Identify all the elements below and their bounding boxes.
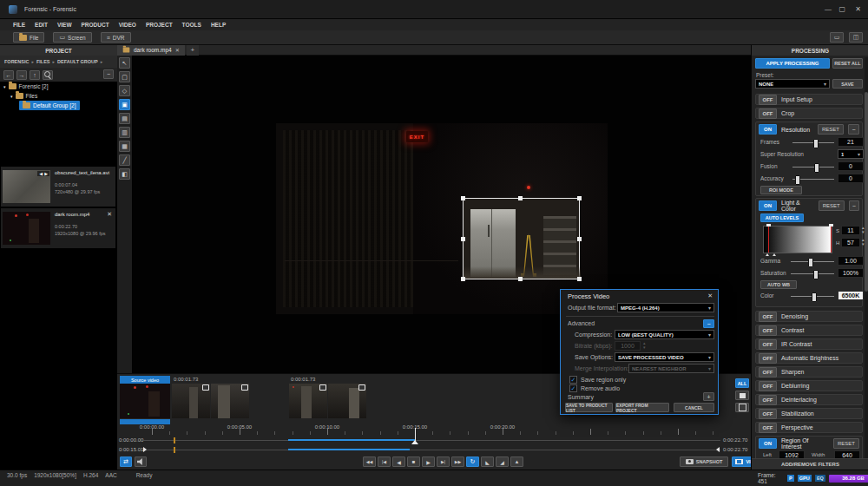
filter-ir-contrast[interactable]: OFF IR Contrast (755, 338, 863, 350)
color-temp-slider[interactable] (791, 296, 834, 297)
filter-deinterlacing[interactable]: OFF Deinterlacing (755, 394, 863, 405)
tab-dark-room[interactable]: dark room.mp4 ✕ (117, 45, 185, 56)
save-options-dropdown[interactable]: SAVE PROCESSED VIDEO ▾ (615, 352, 714, 362)
add-remove-filters-bar[interactable]: ADD/REMOVE FILTERS (752, 458, 868, 470)
slider-knob[interactable] (812, 292, 817, 302)
track-bar[interactable] (143, 440, 720, 441)
dialog-close-icon[interactable]: ✕ (707, 292, 713, 299)
audio-mute-button[interactable] (135, 456, 147, 467)
clip-thumbnail[interactable] (120, 384, 170, 418)
filter-toggle[interactable]: ON (759, 200, 777, 211)
nav-up-button[interactable]: ↑ (30, 70, 40, 80)
thumb-scrub-controls[interactable]: ◀ ▶ (37, 171, 49, 176)
filter-input-setup[interactable]: OFF Input Setup (755, 94, 863, 105)
filter-toggle[interactable]: ON (759, 124, 777, 135)
fast-forward-button[interactable]: ▶▶ (451, 456, 464, 467)
breadcrumb-forensic[interactable]: FORENSIC (4, 59, 29, 64)
filter-toggle[interactable]: OFF (759, 95, 777, 105)
remove-file-icon[interactable]: ✕ (107, 211, 112, 218)
menu-tools[interactable]: TOOLS (182, 22, 201, 28)
file-thumbnail[interactable] (3, 212, 50, 245)
roi-selection[interactable] (463, 198, 580, 279)
timeline-ruler[interactable]: 0:00:00.00 0:00:05.00 0:00:10.00 0:00:15… (143, 424, 720, 435)
fullscreen-view-button[interactable]: ▭ (830, 32, 844, 43)
menu-help[interactable]: HELP (211, 22, 226, 28)
play-backward-button[interactable]: ◀ (392, 456, 405, 467)
collapse-section-icon[interactable]: − (848, 124, 859, 135)
nav-forward-button[interactable]: → (16, 70, 27, 80)
levels-bottom-marker[interactable] (773, 253, 776, 256)
shadows-value[interactable]: 11 (841, 226, 860, 235)
apply-processing-button[interactable]: APPLY PROCESSING (755, 58, 830, 69)
range-in-handle[interactable] (143, 447, 147, 452)
stop-button[interactable]: ■ (407, 456, 420, 467)
advanced-collapse-button[interactable]: − (703, 319, 714, 328)
track-bar[interactable] (143, 450, 720, 450)
scrollbar-thumb[interactable] (865, 92, 868, 292)
compression-dropdown[interactable]: LOW (BEST QUALITY) ▾ (615, 330, 714, 339)
reset-button[interactable]: RESET (833, 438, 859, 449)
menu-view[interactable]: VIEW (57, 22, 72, 28)
roi-handle[interactable] (577, 277, 582, 281)
export-from-project-button[interactable]: EXPORT FROM PROJECT (615, 403, 669, 412)
layout-panels-button[interactable]: ◫ (849, 32, 863, 43)
roi-handle[interactable] (461, 277, 465, 281)
slider-knob[interactable] (813, 270, 819, 279)
auto-wb-button[interactable]: AUTO WB (760, 280, 797, 289)
zoom-tool[interactable]: ▥ (119, 127, 130, 138)
preset-save-button[interactable]: SAVE (832, 79, 863, 89)
loop-button[interactable]: ↻ (466, 456, 479, 467)
expand-icon[interactable]: ▾ (3, 84, 6, 89)
saturation-value[interactable]: 100% (838, 268, 864, 278)
cancel-button[interactable]: CANCEL (674, 403, 714, 412)
playhead-handle[interactable] (411, 440, 418, 444)
clip-thumbnail[interactable] (328, 384, 366, 418)
prev-frame-icon[interactable]: ◀ (39, 171, 43, 176)
super-resolution-dropdown[interactable]: 1 ▾ (838, 149, 864, 159)
new-tab-button[interactable]: + (187, 45, 199, 56)
step-back-button[interactable]: |◀ (378, 456, 391, 467)
tree-item-forensic[interactable]: ▾ Forensic [2] (0, 82, 117, 91)
clear-thumbnails-button[interactable] (735, 391, 749, 400)
levels-high-handle[interactable] (829, 224, 833, 227)
filter-sharpen[interactable]: OFF Sharpen (755, 366, 863, 378)
play-button[interactable]: ▶ (422, 456, 435, 467)
filter-crop[interactable]: OFF Crop (755, 108, 863, 119)
file-thumbnail[interactable]: ◀ ▶ (3, 170, 50, 203)
summary-expand-button[interactable]: + (703, 392, 714, 401)
roi-mode-button[interactable]: ROI MODE (760, 186, 802, 194)
reset-button[interactable]: RESET (819, 200, 845, 211)
file-card-dark-room[interactable]: dark room.mp4 0:00:22.70 1920x1080 @ 29.… (1, 208, 115, 248)
breadcrumb-default-group[interactable]: DEFAULT GROUP (57, 59, 98, 64)
tree-item-files[interactable]: ▾ Files (0, 91, 117, 101)
menu-edit[interactable]: EDIT (35, 22, 48, 28)
track-blue-segment[interactable] (288, 449, 410, 450)
reset-button[interactable]: RESET (818, 124, 844, 135)
color-temp-value[interactable]: 6500K (838, 291, 864, 300)
levels-high-line[interactable] (831, 227, 832, 253)
roi-handle[interactable] (577, 196, 582, 200)
maximize-icon[interactable]: ▢ (838, 5, 845, 13)
slider-knob[interactable] (808, 258, 813, 267)
clip-2[interactable]: 0:00:01.73 (172, 376, 250, 424)
step-forward-button[interactable]: ▶| (437, 456, 450, 467)
clip-thumbnail[interactable] (211, 384, 249, 418)
filter-toggle[interactable]: OFF (759, 312, 777, 322)
annotate-tool[interactable]: ◧ (119, 168, 130, 180)
filter-toggle[interactable]: OFF (759, 339, 777, 350)
save-region-checkbox-row[interactable]: ✓ Save region only (569, 376, 626, 384)
auto-levels-button[interactable]: AUTO LEVELS (760, 213, 804, 222)
next-frame-icon[interactable]: ▶ (44, 171, 48, 176)
levels-bottom-marker[interactable] (766, 253, 769, 256)
clip-3[interactable]: 0:00:01.73 (289, 376, 367, 424)
filter-toggle[interactable]: ON (759, 438, 777, 449)
output-format-dropdown[interactable]: MPEG-4 (H.264) ▾ (617, 303, 714, 312)
menu-product[interactable]: PRODUCT (82, 22, 109, 28)
timeline-track-1[interactable]: 0:00:00.00 0:00:22.70 (117, 436, 751, 445)
crop-tool[interactable]: ▢ (119, 71, 130, 82)
levels-low-line[interactable] (768, 227, 769, 253)
accuracy-slider[interactable] (792, 179, 834, 180)
nav-back-button[interactable]: ← (3, 70, 14, 80)
mark-in-button[interactable]: ◣ (481, 456, 494, 467)
checkbox-checked-icon[interactable]: ✓ (569, 384, 577, 392)
